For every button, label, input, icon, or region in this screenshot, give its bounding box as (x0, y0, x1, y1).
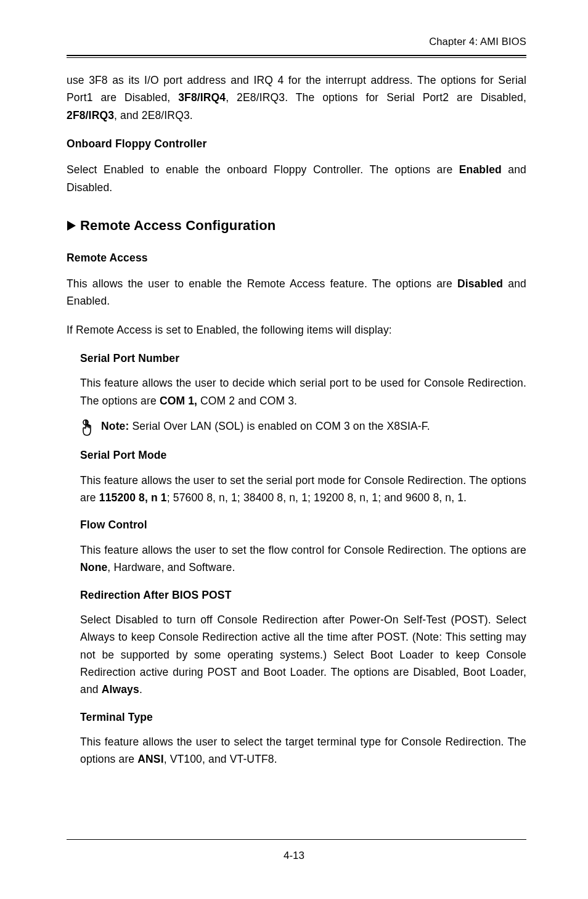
page-number: 4-13 (0, 850, 588, 862)
heading-serial-port-number: Serial Port Number (80, 350, 526, 367)
text: ; 57600 8, n, 1; 38400 8, n, 1; 19200 8,… (167, 491, 467, 504)
bold: Always (102, 683, 139, 696)
heading-terminal-type: Terminal Type (80, 708, 526, 726)
heading-flow-control: Flow Control (80, 516, 526, 533)
remote-access-paragraph-2: If Remote Access is set to Enabled, the … (67, 321, 526, 339)
heading-serial-port-mode: Serial Port Mode (80, 446, 526, 464)
text: . (139, 683, 142, 696)
svg-marker-0 (67, 221, 76, 231)
onboard-floppy-paragraph: Select Enabled to enable the onboard Flo… (67, 161, 526, 196)
footer-rule (67, 839, 526, 840)
heading-remote-access: Remote Access (67, 249, 526, 266)
header-rule (67, 55, 526, 58)
text: This feature allows the user to set the … (80, 544, 526, 556)
text: , Hardware, and Software. (107, 561, 235, 573)
text: Select Enabled to enable the onboard Flo… (67, 163, 459, 176)
text: This allows the user to enable the Remot… (67, 277, 457, 290)
bold: Enabled (459, 163, 502, 176)
terminal-type-paragraph: This feature allows the user to select t… (80, 733, 526, 768)
bold: Disabled (457, 277, 503, 290)
note-line: Note: Serial Over LAN (SOL) is enabled o… (80, 418, 526, 443)
redirection-paragraph: Select Disabled to turn off Console Redi… (80, 611, 526, 699)
remote-access-paragraph-1: This allows the user to enable the Remot… (67, 275, 526, 310)
bold: 3F8/IRQ4 (178, 91, 226, 104)
heading-onboard-floppy: Onboard Floppy Controller (67, 135, 526, 152)
note-pointer-icon (80, 419, 95, 443)
text: Select Disabled to turn off Console Redi… (80, 614, 526, 696)
page-header: Chapter 4: AMI BIOS (67, 36, 526, 55)
intro-paragraph: use 3F8 as its I/O port address and IRQ … (67, 72, 526, 124)
heading-remote-access-config: Remote Access Configuration (67, 215, 526, 237)
text: , 2E8/IRQ3. The options for Serial Port2… (226, 91, 526, 104)
text: Serial Over LAN (SOL) is enabled on COM … (129, 420, 430, 432)
flow-control-paragraph: This feature allows the user to set the … (80, 541, 526, 577)
serial-port-mode-paragraph: This feature allows the user to set the … (80, 472, 526, 507)
header-text: Chapter 4: AMI BIOS (429, 36, 526, 47)
text: , VT100, and VT-UTF8. (164, 753, 277, 765)
bold: 115200 8, n 1 (99, 491, 167, 504)
bold: COM 1, (160, 395, 197, 407)
serial-port-number-paragraph: This feature allows the user to decide w… (80, 374, 526, 409)
heading-text: Remote Access Configuration (80, 215, 276, 237)
text: COM 2 and COM 3. (197, 395, 297, 407)
heading-redirection-after-bios-post: Redirection After BIOS POST (80, 586, 526, 604)
bold: ANSI (137, 753, 163, 765)
note-text: Note: Serial Over LAN (SOL) is enabled o… (101, 418, 430, 434)
text: This feature allows the user to decide w… (80, 377, 526, 406)
triangle-right-icon (67, 220, 76, 231)
bold: Note: (101, 420, 129, 432)
text: , and 2E8/IRQ3. (114, 109, 193, 121)
bold: None (80, 561, 107, 573)
bold: 2F8/IRQ3 (67, 109, 114, 121)
